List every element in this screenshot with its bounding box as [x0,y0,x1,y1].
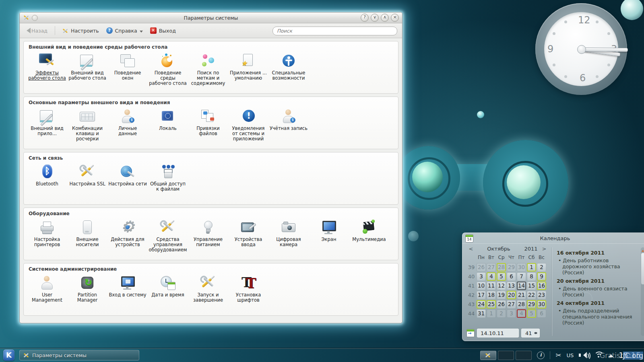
calendar-day[interactable]: 23 [537,291,546,299]
item-personal-info[interactable]: Личные данные [108,108,147,136]
item-network-settings[interactable]: Настройка сети [108,164,147,187]
calendar-day[interactable]: 25 [487,300,496,309]
item-account-details[interactable]: Учётная запись [269,108,308,131]
item-power-management[interactable]: Управление питанием [189,219,227,247]
calendar-day[interactable]: 24 [477,300,486,309]
item-desktop-search[interactable]: Поиск по меткам и содержимому [189,53,227,86]
calendar-day[interactable]: 20 [507,291,516,299]
calendar-day[interactable]: 22 [527,291,536,299]
holiday-scrollbar[interactable] [641,247,644,336]
calendar-day[interactable]: 28 [497,263,506,272]
calendar-day[interactable]: 3 [507,309,516,318]
calendar-day[interactable]: 1 [527,263,536,272]
kde-menu-button[interactable]: K [0,348,18,362]
calendar-day[interactable]: 19 [497,291,506,299]
calendar-day[interactable]: 28 [517,300,526,309]
window-help-button[interactable]: ? [361,14,369,22]
item-login-screen[interactable]: Вход в систему [108,275,147,298]
calendar-day[interactable]: 4 [487,272,496,281]
week-spin-down-button[interactable] [534,332,537,336]
item-input-devices[interactable]: Устройства ввода [229,219,268,247]
item-notifications[interactable]: Уведомления от системы и приложений [229,108,268,142]
item-file-associations[interactable]: Привязки файлов [189,108,227,136]
calendar-day[interactable]: 16 [537,282,546,290]
calendar-day[interactable]: 6 [537,309,546,318]
calendar-next-button[interactable]: > [540,246,549,252]
item-printers[interactable]: Настройка принтеров [28,219,66,247]
item-removable-devices[interactable]: Внешние носители [68,219,107,247]
calendar-day[interactable]: 3 [477,272,486,281]
week-spinbox[interactable]: 41 [521,329,540,337]
calendar-date-input[interactable] [477,329,519,337]
pager-desktop-1[interactable] [480,351,496,360]
titlebar-sticky-button[interactable] [32,15,38,21]
item-digital-camera[interactable]: Цифровая камера [269,219,308,247]
calendar-day[interactable]: 27 [507,300,516,309]
scrollbar-thumb[interactable] [641,253,644,284]
calendar-prev-button[interactable]: < [466,246,475,252]
calendar-year-button[interactable]: 2011 [522,246,540,252]
item-hardware-tools[interactable]: Средства управления оборудованием [149,219,187,253]
calendar-day[interactable]: 11 [487,282,496,290]
item-desktop-effects[interactable]: Эффекты рабочего стола [28,53,66,81]
item-font-installer[interactable]: Установка шрифтов [229,275,268,303]
calendar-day[interactable]: 15 [527,282,536,290]
item-date-time[interactable]: Дата и время [149,275,187,298]
pager-desktop-3[interactable] [516,351,532,360]
calendar-day[interactable]: 5 [527,309,536,318]
quit-button[interactable]: ✕ Выход [150,27,176,34]
taskbar-task-system-settings[interactable]: Параметры системы [19,350,139,360]
back-button[interactable]: Назад [24,28,47,34]
item-workspace-behavior[interactable]: Поведение среды рабочего стола [149,53,187,86]
calendar-day[interactable]: 10 [477,282,486,290]
calendar-day[interactable]: 13 [507,282,516,290]
help-button[interactable]: ? Справка [106,27,143,34]
calendar-day[interactable]: 27 [487,263,496,272]
item-sharing[interactable]: Общий доступ к файлам [149,164,187,192]
search-input[interactable] [272,27,397,35]
window-maximize-button[interactable]: ∧ [381,14,389,22]
calendar-day[interactable]: 12 [497,282,506,290]
calendar-day[interactable]: 9 [537,272,546,281]
item-locale[interactable]: Локаль [149,108,187,131]
pager-desktop-2[interactable] [498,351,514,360]
calendar-day[interactable]: 2 [497,309,506,318]
item-window-behavior[interactable]: Поведение окон [108,53,147,81]
calendar-day[interactable]: 29 [527,300,536,309]
calendar-day[interactable]: 7 [517,272,526,281]
item-workspace-appearance[interactable]: Внешний вид рабочего стола [68,53,107,81]
calendar-day[interactable]: 26 [477,263,486,272]
calendar-day[interactable]: 1 [487,309,496,318]
calendar-day[interactable]: 31 [477,309,486,318]
item-shortcuts[interactable]: Комбинации клавиш и росчерки [68,108,107,142]
volume-icon[interactable] [579,351,588,359]
calendar-day[interactable]: 17 [477,291,486,299]
scrollbar-up-arrow[interactable] [642,249,644,252]
calendar-day[interactable]: 2 [537,263,546,272]
item-display[interactable]: Экран [310,219,348,242]
item-device-actions[interactable]: Действия для устройств [108,219,147,247]
calendar-day[interactable]: 26 [497,300,506,309]
item-user-management[interactable]: User Management [28,275,66,303]
window-close-button[interactable]: × [391,14,399,22]
go-to-today-button[interactable] [466,329,475,337]
calendar-day[interactable]: 8 [527,272,536,281]
calendar-day[interactable]: 18 [487,291,496,299]
calendar-month-button[interactable]: Октябрь [475,246,522,252]
calendar-titlebar[interactable]: 14 Календарь [462,233,644,244]
calendar-day[interactable]: 5 [497,272,506,281]
keyboard-layout-indicator[interactable]: US [566,352,574,358]
calendar-day[interactable]: 29 [507,263,516,272]
titlebar[interactable]: Параметры системы ? ∨ ∧ × [20,12,402,23]
calendar-day[interactable]: 30 [517,263,526,272]
item-startup-shutdown[interactable]: Запуск и завершение [189,275,227,303]
calendar-day[interactable]: 6 [507,272,516,281]
klipper-icon[interactable]: ✂ [555,351,561,359]
item-ssl[interactable]: Настройка SSL [68,164,107,187]
item-multimedia[interactable]: Мультимедиа [350,219,388,242]
item-accessibility[interactable]: Специальные возможности [269,53,308,81]
window-shade-button[interactable]: ∨ [371,14,379,22]
analog-clock-widget[interactable]: 12 3 6 9 [535,3,627,95]
calendar-day[interactable]: 30 [537,300,546,309]
item-default-applications[interactable]: Приложения ... умолчанию [229,53,268,81]
